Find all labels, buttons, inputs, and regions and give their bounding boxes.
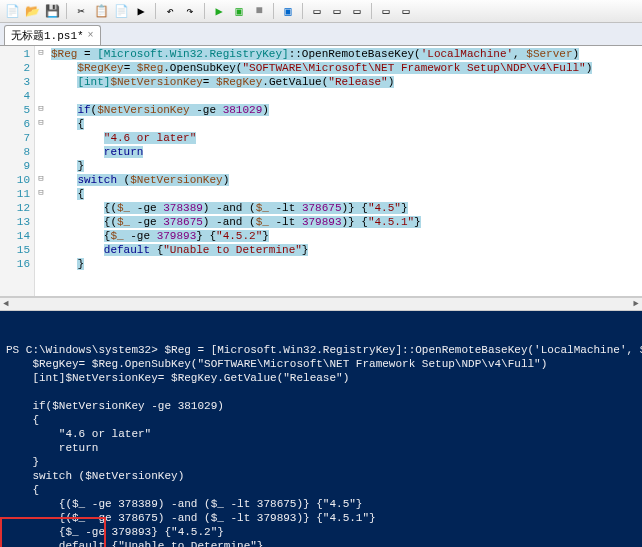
close-icon[interactable]: ×: [88, 30, 94, 41]
file-tab[interactable]: 无标题1.ps1* ×: [4, 25, 101, 45]
line-numbers: 12345678910111213141516: [0, 46, 35, 296]
new-icon[interactable]: 📄: [4, 3, 20, 19]
horizontal-scrollbar[interactable]: ◄ ►: [0, 297, 642, 311]
cut-icon[interactable]: ✂: [73, 3, 89, 19]
terminal-icon[interactable]: ▣: [280, 3, 296, 19]
scroll-left-icon[interactable]: ◄: [0, 299, 12, 309]
scroll-right-icon[interactable]: ►: [630, 299, 642, 309]
save-icon[interactable]: 💾: [44, 3, 60, 19]
undo-icon[interactable]: ↶: [162, 3, 178, 19]
powershell-console[interactable]: PS C:\Windows\system32> $Reg = [Microsof…: [0, 311, 642, 547]
main-toolbar: 📄 📂 💾 ✂ 📋 📄 ▶ ↶ ↷ ▶ ▣ ■ ▣ ▭ ▭ ▭ ▭ ▭: [0, 0, 642, 23]
layout1-icon[interactable]: ▭: [309, 3, 325, 19]
paste-icon[interactable]: 📄: [113, 3, 129, 19]
tab-title: 无标题1.ps1*: [11, 28, 84, 43]
tab-row: 无标题1.ps1* ×: [0, 23, 642, 46]
layout3-icon[interactable]: ▭: [349, 3, 365, 19]
run-selection-icon[interactable]: ▣: [231, 3, 247, 19]
run-icon[interactable]: ▶: [133, 3, 149, 19]
code-content[interactable]: $Reg = [Microsoft.Win32.RegistryKey]::Op…: [47, 46, 642, 296]
panel2-icon[interactable]: ▭: [398, 3, 414, 19]
stop-icon[interactable]: ■: [251, 3, 267, 19]
play-icon[interactable]: ▶: [211, 3, 227, 19]
fold-column[interactable]: ⊟⊟⊟⊟⊟: [35, 46, 47, 296]
layout2-icon[interactable]: ▭: [329, 3, 345, 19]
redo-icon[interactable]: ↷: [182, 3, 198, 19]
code-editor[interactable]: 12345678910111213141516 ⊟⊟⊟⊟⊟ $Reg = [Mi…: [0, 46, 642, 297]
panel1-icon[interactable]: ▭: [378, 3, 394, 19]
open-icon[interactable]: 📂: [24, 3, 40, 19]
copy-icon[interactable]: 📋: [93, 3, 109, 19]
